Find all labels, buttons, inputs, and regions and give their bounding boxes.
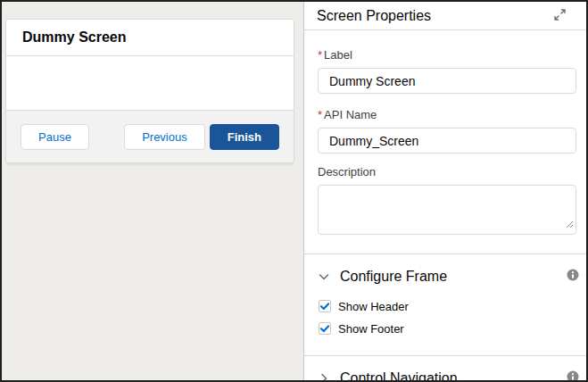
screen-preview-card[interactable]: Dummy Screen Pause Previous Finish <box>5 19 294 163</box>
pause-button[interactable]: Pause <box>21 124 89 150</box>
checkbox-box <box>319 300 331 312</box>
configure-frame-options: Show Header Show Footer <box>318 298 579 336</box>
previous-button[interactable]: Previous <box>124 124 205 150</box>
description-field-group: Description <box>318 165 576 235</box>
configure-frame-header[interactable]: Configure Frame <box>318 266 579 287</box>
screen-body <box>6 56 294 110</box>
show-header-checkbox[interactable]: Show Header <box>319 298 579 314</box>
screen-properties-panel: Screen Properties *Label *API Name <box>303 2 586 380</box>
expand-panel-button[interactable] <box>553 8 567 24</box>
required-asterisk: * <box>318 48 322 62</box>
label-input[interactable] <box>318 68 576 94</box>
screen-footer: Pause Previous Finish <box>6 110 294 162</box>
check-icon <box>319 323 330 334</box>
control-navigation-header[interactable]: Control Navigation <box>318 368 579 380</box>
label-field-group: *Label <box>318 48 576 94</box>
description-field-label: Description <box>318 165 576 179</box>
description-textarea[interactable] <box>318 185 576 235</box>
section-control-navigation: Control Navigation <box>304 356 586 380</box>
show-footer-checkbox[interactable]: Show Footer <box>319 320 579 336</box>
chevron-right-icon[interactable] <box>318 372 330 380</box>
footer-nav-buttons: Previous Finish <box>124 124 279 150</box>
section-configure-frame: Configure Frame Show Header <box>304 254 586 355</box>
panel-header: Screen Properties <box>304 2 586 30</box>
panel-fields: *Label *API Name Description <box>304 30 586 235</box>
panel-title: Screen Properties <box>317 8 431 24</box>
finish-button[interactable]: Finish <box>210 124 279 150</box>
flow-screen-editor: Dummy Screen Pause Previous Finish Scree… <box>0 0 588 382</box>
required-asterisk: * <box>318 108 322 121</box>
info-icon[interactable] <box>567 370 579 380</box>
section-title[interactable]: Configure Frame <box>340 269 567 285</box>
api-name-field-group: *API Name <box>318 108 576 154</box>
label-field-label: *Label <box>318 48 576 62</box>
screen-title: Dummy Screen <box>22 29 127 46</box>
screen-canvas: Dummy Screen Pause Previous Finish <box>2 2 303 380</box>
screen-header: Dummy Screen <box>6 20 294 56</box>
expand-icon <box>553 8 567 24</box>
check-icon <box>319 301 330 311</box>
api-name-field-label: *API Name <box>318 108 576 121</box>
chevron-down-icon[interactable] <box>318 270 330 283</box>
checkbox-label: Show Header <box>338 300 409 313</box>
api-name-input[interactable] <box>318 128 576 154</box>
section-title[interactable]: Control Navigation <box>340 370 567 380</box>
checkbox-box <box>319 322 331 335</box>
info-icon[interactable] <box>567 269 579 285</box>
checkbox-label: Show Footer <box>338 322 404 336</box>
